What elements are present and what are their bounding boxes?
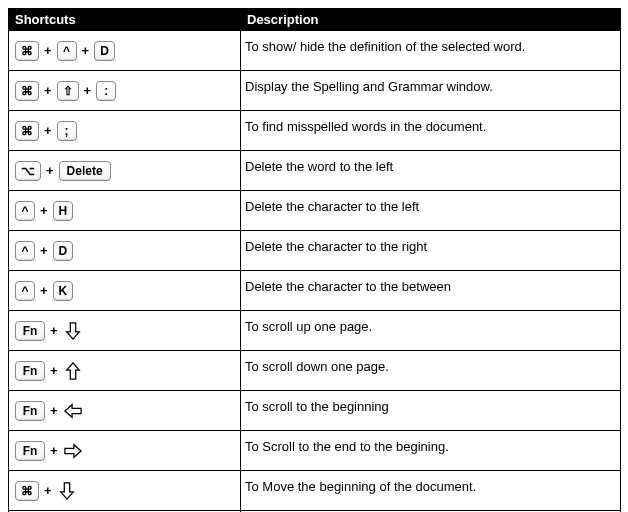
shortcut-cell: ⌥+Delete: [9, 151, 241, 191]
plus-separator: +: [44, 83, 52, 98]
shortcut-cell: Fn+: [9, 431, 241, 471]
table-row: ⌘+To Move the beginning of the document.: [9, 471, 621, 511]
shortcut-cell: Fn+: [9, 391, 241, 431]
key-K: K: [53, 281, 74, 301]
description-cell: Delete the character to the right: [241, 231, 621, 271]
table-row: ⌘+^+DTo show/ hide the definition of the…: [9, 31, 621, 71]
key-D: D: [94, 41, 115, 61]
header-description: Description: [241, 9, 621, 31]
plus-separator: +: [50, 403, 58, 418]
plus-separator: +: [46, 163, 54, 178]
table-row: ^+DDelete the character to the right: [9, 231, 621, 271]
key-cmd: ⌘: [15, 41, 39, 61]
plus-separator: +: [40, 243, 48, 258]
shortcut-cell: Fn+: [9, 311, 241, 351]
shortcut-cell: ⌘+;: [9, 111, 241, 151]
table-row: Fn+To scroll to the beginning: [9, 391, 621, 431]
shortcuts-table: Shortcuts Description ⌘+^+DTo show/ hide…: [8, 8, 621, 512]
key-semicolon: ;: [57, 121, 77, 141]
shortcut-cell: ⌘+⇧+:: [9, 71, 241, 111]
description-cell: To Scroll to the end to the begining.: [241, 431, 621, 471]
shortcut-cell: ^+H: [9, 191, 241, 231]
shortcut-cell: ⌘+^+D: [9, 31, 241, 71]
table-row: ^+HDelete the character to the left: [9, 191, 621, 231]
plus-separator: +: [44, 123, 52, 138]
description-cell: To scroll down one page.: [241, 351, 621, 391]
shortcut-cell: ^+K: [9, 271, 241, 311]
key-delete: Delete: [59, 161, 111, 181]
table-row: ⌘+⇧+:Display the Spelling and Grammar wi…: [9, 71, 621, 111]
description-cell: Delete the character to the left: [241, 191, 621, 231]
key-ctrl: ^: [15, 201, 35, 221]
arrow-right-icon: [63, 440, 83, 462]
table-row: Fn+To Scroll to the end to the begining.: [9, 431, 621, 471]
plus-separator: +: [84, 83, 92, 98]
table-row: ^+KDelete the character to the between: [9, 271, 621, 311]
key-opt: ⌥: [15, 161, 41, 181]
description-cell: Display the Spelling and Grammar window.: [241, 71, 621, 111]
arrow-up-icon: [63, 360, 83, 382]
key-colon: :: [96, 81, 116, 101]
key-fn: Fn: [15, 401, 45, 421]
key-fn: Fn: [15, 361, 45, 381]
plus-separator: +: [50, 323, 58, 338]
plus-separator: +: [40, 283, 48, 298]
key-cmd: ⌘: [15, 81, 39, 101]
description-cell: To show/ hide the definition of the sele…: [241, 31, 621, 71]
key-shift: ⇧: [57, 81, 79, 101]
key-fn: Fn: [15, 321, 45, 341]
shortcut-cell: ^+D: [9, 231, 241, 271]
arrow-down-icon: [57, 480, 77, 502]
plus-separator: +: [40, 203, 48, 218]
key-ctrl: ^: [57, 41, 77, 61]
description-cell: Delete the character to the between: [241, 271, 621, 311]
plus-separator: +: [50, 443, 58, 458]
key-cmd: ⌘: [15, 481, 39, 501]
plus-separator: +: [44, 43, 52, 58]
description-cell: To scroll to the beginning: [241, 391, 621, 431]
key-ctrl: ^: [15, 241, 35, 261]
description-cell: Delete the word to the left: [241, 151, 621, 191]
key-ctrl: ^: [15, 281, 35, 301]
shortcut-cell: Fn+: [9, 351, 241, 391]
description-cell: To Move the beginning of the document.: [241, 471, 621, 511]
table-row: Fn+To scroll up one page.: [9, 311, 621, 351]
plus-separator: +: [82, 43, 90, 58]
key-cmd: ⌘: [15, 121, 39, 141]
arrow-left-icon: [63, 400, 83, 422]
description-cell: To scroll up one page.: [241, 311, 621, 351]
description-cell: To find misspelled words in the document…: [241, 111, 621, 151]
table-row: ⌘+;To find misspelled words in the docum…: [9, 111, 621, 151]
shortcut-cell: ⌘+: [9, 471, 241, 511]
plus-separator: +: [44, 483, 52, 498]
table-row: Fn+To scroll down one page.: [9, 351, 621, 391]
arrow-down-icon: [63, 320, 83, 342]
table-row: ⌥+DeleteDelete the word to the left: [9, 151, 621, 191]
key-fn: Fn: [15, 441, 45, 461]
key-D: D: [53, 241, 74, 261]
plus-separator: +: [50, 363, 58, 378]
header-shortcuts: Shortcuts: [9, 9, 241, 31]
key-H: H: [53, 201, 74, 221]
